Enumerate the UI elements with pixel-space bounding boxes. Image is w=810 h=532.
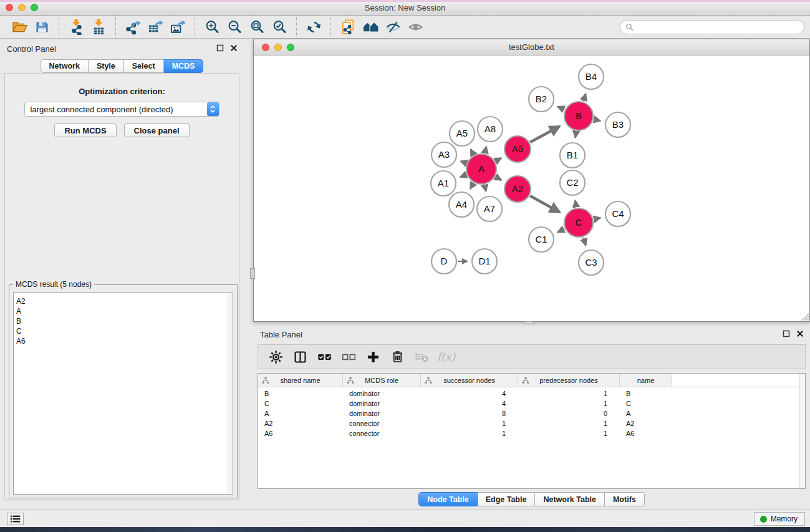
run-mcds-button[interactable]: Run MCDS (54, 123, 116, 137)
graph-edge-A-A2[interactable] (496, 177, 501, 180)
mcds-result-item[interactable]: A2 (14, 296, 233, 306)
horizontal-splitter-grip[interactable] (524, 321, 534, 324)
table-row[interactable]: A6connector11A6 (258, 428, 805, 438)
table-cell[interactable]: connector (343, 418, 421, 428)
network-canvas[interactable]: ABCA6A2A1A3A4A5A7A8B1B2B3B4C1C2C3C4DD1 (254, 56, 809, 321)
graph-node-B2[interactable]: B2 (529, 87, 554, 112)
refresh-layout-icon[interactable] (302, 18, 325, 37)
table-cell[interactable]: C (620, 399, 672, 409)
close-table-panel-icon[interactable] (796, 330, 804, 339)
graph-edge-B-B2[interactable] (557, 107, 564, 110)
graph-node-C[interactable]: C (564, 208, 593, 237)
graph-node-A3[interactable]: A3 (432, 142, 456, 167)
graph-edge-B-B3[interactable] (594, 119, 600, 120)
import-table-icon[interactable] (87, 18, 110, 37)
task-history-icon[interactable] (7, 513, 24, 525)
graph-edge-C-C2[interactable] (575, 201, 576, 208)
table-cell[interactable]: 0 (518, 409, 620, 418)
graph-edge-B-B1[interactable] (576, 132, 577, 138)
close-window-icon[interactable] (6, 4, 13, 11)
zoom-in-icon[interactable] (201, 18, 223, 37)
table-cell[interactable]: C (258, 399, 343, 409)
table-cell[interactable]: A2 (258, 418, 343, 428)
graph-edge-C-C3[interactable] (583, 238, 586, 246)
table-cell[interactable]: 1 (518, 428, 620, 438)
zoom-selected-icon[interactable] (268, 18, 291, 37)
graph-node-A[interactable]: A (466, 154, 496, 184)
table-cell[interactable]: dominator (343, 389, 421, 399)
graph-edge-C-C4[interactable] (594, 218, 600, 219)
tab-network-table[interactable]: Network Table (535, 492, 605, 506)
graph-edge-A-A6[interactable] (496, 158, 501, 161)
zoom-fit-icon[interactable] (246, 18, 268, 37)
table-cell[interactable]: 1 (421, 428, 518, 438)
graph-edge-A-A5[interactable] (471, 149, 474, 155)
table-cell[interactable]: 8 (421, 409, 518, 418)
home-view-icon[interactable] (359, 18, 382, 37)
graph-node-A1[interactable]: A1 (431, 171, 456, 196)
minimize-network-window-icon[interactable] (274, 44, 282, 51)
mcds-result-item[interactable]: C (14, 326, 233, 336)
graph-node-A2[interactable]: A2 (504, 176, 531, 202)
graph-node-B1[interactable]: B1 (560, 143, 585, 168)
save-session-icon[interactable] (31, 18, 53, 37)
table-cell[interactable]: 4 (421, 389, 518, 399)
table-row[interactable]: A2connector11A2 (258, 418, 805, 428)
table-scrollbar[interactable] (799, 374, 805, 488)
tab-select[interactable]: Select (124, 59, 164, 73)
table-row[interactable]: Bdominator41B (258, 389, 805, 399)
graph-edge-A-A4[interactable] (470, 183, 473, 189)
graph-node-A4[interactable]: A4 (449, 192, 474, 217)
tab-mcds[interactable]: MCDS (164, 59, 204, 73)
minimize-window-icon[interactable] (18, 4, 26, 11)
graph-node-D1[interactable]: D1 (472, 249, 497, 274)
create-column-icon[interactable] (362, 347, 384, 367)
graph-edge-A6-B[interactable] (530, 127, 559, 143)
zoom-window-icon[interactable] (31, 4, 38, 11)
graph-node-C4[interactable]: C4 (605, 201, 630, 226)
table-cell[interactable]: A (620, 409, 672, 418)
export-network-icon[interactable] (122, 18, 144, 37)
import-network-icon[interactable] (65, 18, 87, 37)
graph-edge-A-A1[interactable] (460, 175, 466, 177)
tab-network[interactable]: Network (41, 59, 89, 73)
table-cell[interactable]: dominator (343, 409, 421, 418)
float-table-panel-icon[interactable] (782, 330, 791, 339)
column-header-MCDS-role[interactable]: MCDS role (343, 374, 421, 387)
table-cell[interactable]: B (620, 389, 672, 399)
graph-node-A7[interactable]: A7 (477, 196, 502, 221)
close-panel-button[interactable]: Close panel (124, 123, 190, 137)
table-row[interactable]: Adominator80A (258, 409, 805, 418)
tab-motifs[interactable]: Motifs (605, 492, 645, 506)
select-all-columns-icon[interactable] (314, 347, 335, 367)
column-header-name[interactable]: name (620, 374, 672, 387)
table-row[interactable]: Cdominator41C (258, 399, 805, 409)
graph-node-A5[interactable]: A5 (450, 121, 475, 146)
graph-node-D[interactable]: D (432, 249, 456, 274)
column-layout-icon[interactable] (289, 347, 311, 367)
float-panel-icon[interactable] (216, 44, 224, 53)
optimization-criterion-dropdown[interactable]: largest connected component (directed) (24, 102, 220, 117)
table-cell[interactable]: B (258, 389, 343, 399)
zoom-out-icon[interactable] (223, 18, 246, 37)
tab-edge-table[interactable]: Edge Table (478, 492, 536, 506)
show-panel-icon[interactable] (404, 18, 427, 37)
delete-columns-icon[interactable] (387, 347, 408, 367)
graph-edge-A-A7[interactable] (485, 185, 486, 191)
tab-node-table[interactable]: Node Table (418, 492, 477, 506)
close-panel-icon[interactable] (229, 44, 238, 53)
table-cell[interactable]: A6 (620, 428, 672, 438)
network-window-titlebar[interactable]: testGlobe.txt (254, 39, 809, 56)
new-network-from-file-icon[interactable] (337, 18, 359, 37)
hide-panel-icon[interactable] (382, 18, 404, 37)
graph-node-A8[interactable]: A8 (478, 117, 503, 142)
unselect-all-columns-icon[interactable] (338, 347, 360, 367)
table-cell[interactable]: A2 (620, 418, 672, 428)
graph-node-C2[interactable]: C2 (560, 170, 585, 195)
graph-node-A6[interactable]: A6 (504, 136, 531, 162)
zoom-network-window-icon[interactable] (287, 44, 294, 51)
graph-node-B[interactable]: B (564, 102, 593, 130)
table-cell[interactable]: dominator (343, 399, 421, 409)
vertical-splitter-grip[interactable] (250, 268, 255, 279)
graph-edge-C-C1[interactable] (557, 229, 564, 232)
